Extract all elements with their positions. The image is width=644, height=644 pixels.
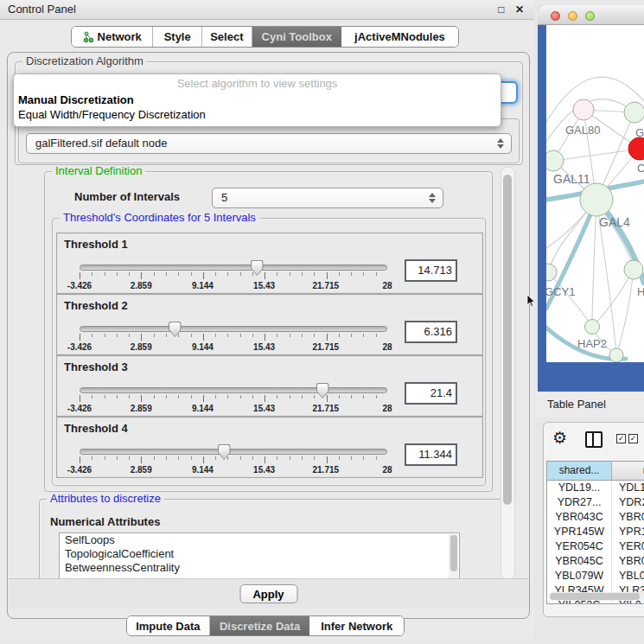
numerical-attributes-list[interactable]: SelfLoops TopologicalCoefficient Between… <box>59 532 460 578</box>
scrollbar-thumb[interactable] <box>550 593 640 600</box>
node-gcy1[interactable] <box>546 264 557 281</box>
threshold-3-slider[interactable]: -3.426 2.859 9.144 15.43 21.715 28 <box>80 383 387 412</box>
slider-track[interactable] <box>80 449 387 455</box>
tab-select[interactable]: Select <box>202 27 252 47</box>
table-row[interactable]: YDL19...YDL1 <box>547 481 644 495</box>
interval-definition-title: Interval Definition <box>52 167 145 177</box>
tab-jactivemnodules[interactable]: jActiveMNodules <box>341 27 458 47</box>
columns-icon[interactable] <box>585 431 603 448</box>
network-view-window: GAL80 GA C GAL11 GAL4 GCY1 H HAP2 <box>538 5 644 392</box>
threshold-3-label: Threshold 3 <box>64 360 128 373</box>
node-hap2[interactable] <box>585 320 600 335</box>
table-row[interactable]: YBR045CYBR0 <box>547 554 644 569</box>
column-header-name[interactable]: na <box>612 462 644 480</box>
threshold-panel-2: Threshold 2 -3.426 2.859 9.144 15.43 <box>56 294 483 355</box>
apply-row: Apply <box>9 578 528 609</box>
control-panel-window: Control Panel □ ✕ Network Style <box>0 0 534 640</box>
threshold-2-value-field[interactable]: 6.316 <box>405 321 457 343</box>
settings-scrollbar[interactable] <box>501 167 515 580</box>
table-panel-title: Table Panel <box>536 398 606 411</box>
table-row[interactable]: YDR27...YDR2 <box>547 495 644 510</box>
tab-style[interactable]: Style <box>153 27 202 47</box>
table-row[interactable]: YER054CYER0 <box>547 539 644 554</box>
slider-handle[interactable] <box>316 383 329 399</box>
tick-label: 28 <box>382 281 392 290</box>
slider-track[interactable] <box>80 387 387 393</box>
checkbox-icon[interactable]: ✓ <box>616 434 626 443</box>
list-item[interactable]: BetweennessCentrality <box>60 561 459 575</box>
list-scrollbar[interactable] <box>449 534 458 578</box>
tab-network[interactable]: Network <box>72 27 153 47</box>
node-bottom[interactable] <box>609 348 623 362</box>
slider-track[interactable] <box>80 265 387 271</box>
table-panel-titlebar: Table Panel <box>536 392 644 418</box>
float-window-button[interactable]: □ <box>498 3 504 16</box>
table-row[interactable]: YBL079WYBL0 <box>547 569 644 583</box>
tick-label: 28 <box>382 404 392 413</box>
slider-track[interactable] <box>80 326 387 332</box>
threshold-3-value-field[interactable]: 21.4 <box>405 382 457 405</box>
threshold-4-slider[interactable]: -3.426 2.859 9.144 15.43 21.715 28 <box>80 444 387 474</box>
node-attribute-table: shared... na YDL19...YDL1 YDR27...YDR2 Y… <box>546 461 644 604</box>
close-traffic-light[interactable] <box>551 11 560 21</box>
close-window-button[interactable]: ✕ <box>515 3 524 16</box>
network-canvas[interactable]: GAL80 GA C GAL11 GAL4 GCY1 H HAP2 <box>546 25 644 362</box>
threshold-4-value-field[interactable]: 11.344 <box>405 443 457 466</box>
tab-impute-data[interactable]: Impute Data <box>127 616 210 635</box>
tick-label: 21.715 <box>313 281 340 290</box>
algorithm-option-manual[interactable]: Manual Discretization <box>18 93 134 106</box>
algorithm-dropdown-popup: Select algorithm to view settings Manual… <box>13 73 501 127</box>
node-red-selected[interactable] <box>628 137 644 160</box>
node-h[interactable] <box>624 260 643 279</box>
slider-ticks <box>80 334 388 341</box>
node-label: GCY1 <box>546 285 575 298</box>
node-gal80[interactable] <box>573 99 594 120</box>
node-gal11[interactable] <box>546 150 564 171</box>
zoom-traffic-light[interactable] <box>585 11 595 21</box>
number-of-intervals-label: Number of Intervals <box>74 190 180 203</box>
threshold-1-slider[interactable]: -3.426 2.859 9.144 15.43 21.715 28 <box>80 260 387 290</box>
threshold-panel-1: Threshold 1 -3.426 2.859 9.144 15.43 <box>56 233 483 294</box>
list-item[interactable]: TopologicalCoefficient <box>60 547 459 561</box>
interval-definition-group: Interval Definition Number of Intervals … <box>44 171 493 492</box>
combo-stepper-icon <box>429 188 437 207</box>
table-horizontal-scrollbar[interactable] <box>549 592 644 601</box>
node-ga[interactable] <box>624 102 644 123</box>
node-gal4[interactable] <box>580 183 613 216</box>
table-row[interactable]: YBR043CYBR0 <box>547 510 644 525</box>
algorithm-option-equal-width[interactable]: Equal Width/Frequency Discretization <box>18 108 206 121</box>
tick-label: 2.859 <box>131 465 152 475</box>
number-of-intervals-select[interactable]: 5 <box>212 188 443 208</box>
table-row[interactable]: YPR145WYPR1 <box>547 525 644 539</box>
gear-icon[interactable]: ⚙ <box>552 428 567 448</box>
minimize-traffic-light[interactable] <box>568 11 577 21</box>
table-data-select[interactable]: galFiltered.sif default node <box>26 133 512 154</box>
threshold-1-value-field[interactable]: 14.713 <box>405 259 457 282</box>
node-label: GAL4 <box>599 215 630 229</box>
tab-infer-network[interactable]: Infer Network <box>309 616 404 635</box>
tab-discretize-data[interactable]: Discretize Data <box>210 616 310 635</box>
attributes-group: Attributes to discretize Numerical Attri… <box>39 499 501 578</box>
table-panel: ⚙ ✓ ✓ shared... na YDL19...YDL1 YDR27...… <box>543 422 644 617</box>
tab-cyni-toolbox[interactable]: Cyni Toolbox <box>252 27 341 47</box>
slider-handle[interactable] <box>251 260 264 276</box>
checkbox-icon[interactable]: ✓ <box>628 434 638 443</box>
threshold-2-slider[interactable]: -3.426 2.859 9.144 15.43 21.715 28 <box>80 322 387 351</box>
slider-handle[interactable] <box>218 444 231 460</box>
list-item[interactable]: SelfLoops <box>60 533 459 547</box>
network-graph: GAL80 GA C GAL11 GAL4 GCY1 H HAP2 <box>546 25 644 362</box>
slider-handle[interactable] <box>169 322 182 337</box>
threshold-panel-4: Threshold 4 -3.426 2.859 9.144 15.43 <box>56 417 483 478</box>
numerical-attributes-label: Numerical Attributes <box>50 515 160 528</box>
threshold-coordinates-group: Threshold's Coordinates for 5 Intervals … <box>52 218 486 486</box>
tick-label: 21.715 <box>313 404 340 413</box>
tick-label: 9.144 <box>192 342 214 352</box>
tick-label: 15.43 <box>253 281 275 290</box>
threshold-panel-3: Threshold 3 -3.426 2.859 9.144 15.43 <box>56 355 483 417</box>
table-data-selected-value: galFiltered.sif default node <box>35 137 167 150</box>
scrollbar-thumb[interactable] <box>503 175 512 505</box>
tab-network-label: Network <box>98 30 142 43</box>
apply-button[interactable]: Apply <box>239 584 297 603</box>
tick-label: 2.859 <box>131 342 152 352</box>
column-header-shared-name[interactable]: shared... <box>547 462 612 480</box>
